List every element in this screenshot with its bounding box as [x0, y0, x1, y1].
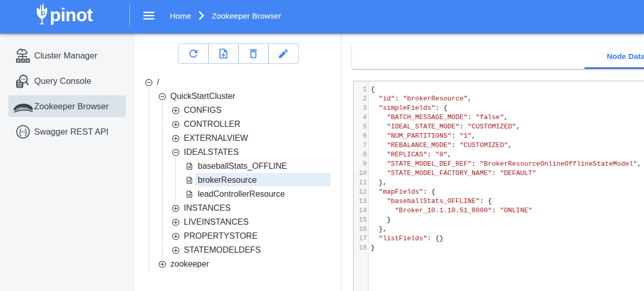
svg-text:{: {	[19, 127, 21, 136]
svg-text:}: }	[24, 127, 27, 136]
svg-text:zoo: zoo	[18, 106, 25, 110]
